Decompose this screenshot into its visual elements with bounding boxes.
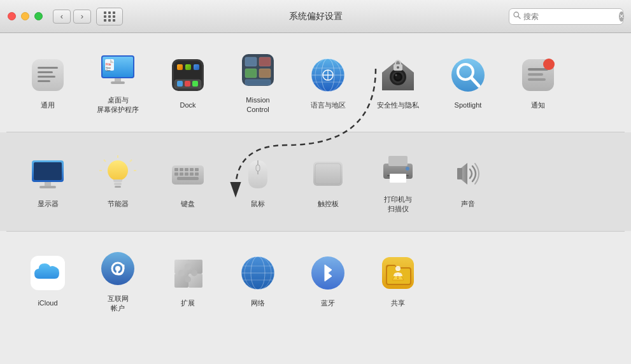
forward-button[interactable]: › xyxy=(73,10,91,24)
item-desktop[interactable]: File New One 桌面与屏幕保护程序 xyxy=(83,45,153,120)
main-content: 通用 File New One 桌 xyxy=(0,33,631,364)
svg-rect-59 xyxy=(39,186,56,188)
svg-rect-3 xyxy=(38,67,58,69)
item-printer[interactable]: 打印机与扫描仪 xyxy=(363,144,433,220)
svg-rect-57 xyxy=(34,162,62,180)
item-dock[interactable]: Dock xyxy=(153,50,223,115)
svg-rect-29 xyxy=(259,69,271,78)
nav-buttons: ‹ › xyxy=(53,10,91,24)
svg-rect-28 xyxy=(245,69,257,78)
item-icloud-label: iCloud xyxy=(38,298,57,308)
svg-rect-6 xyxy=(38,80,50,82)
item-notify-label: 通知 xyxy=(531,101,545,110)
item-bluetooth[interactable]: 蓝牙 xyxy=(293,248,363,313)
item-keyboard-label: 键盘 xyxy=(181,199,195,209)
item-notify[interactable]: 通知 xyxy=(503,50,573,115)
svg-rect-75 xyxy=(174,172,178,176)
svg-line-66 xyxy=(130,160,132,162)
close-button[interactable] xyxy=(8,12,16,20)
minimize-button[interactable] xyxy=(21,12,29,20)
svg-line-65 xyxy=(104,160,106,162)
back-button[interactable]: ‹ xyxy=(53,10,71,24)
grid-view-button[interactable] xyxy=(96,8,123,25)
item-network[interactable]: 网络 xyxy=(223,248,293,313)
item-energy[interactable]: 节能器 xyxy=(83,148,153,214)
grid-dots-icon xyxy=(104,11,116,22)
item-display-label: 显示器 xyxy=(38,199,59,209)
svg-rect-78 xyxy=(190,172,194,176)
svg-rect-77 xyxy=(185,172,188,176)
item-dock-label: Dock xyxy=(180,101,195,110)
svg-rect-58 xyxy=(45,182,51,186)
item-keyboard[interactable]: 键盘 xyxy=(153,148,223,214)
svg-point-55 xyxy=(543,59,555,70)
item-language[interactable]: 语言与地区 xyxy=(293,50,363,115)
svg-rect-71 xyxy=(180,168,183,171)
item-energy-label: 节能器 xyxy=(108,199,129,209)
window-title: 系统偏好设置 xyxy=(289,11,343,22)
item-internet[interactable]: 互联网帐户 xyxy=(83,243,153,319)
svg-point-102 xyxy=(191,270,197,276)
svg-rect-88 xyxy=(390,174,406,183)
item-mission-label: MissionControl xyxy=(246,95,269,115)
item-extensions-label: 扩展 xyxy=(181,298,195,308)
svg-rect-74 xyxy=(195,168,199,171)
item-spotlight[interactable]: Spotlight xyxy=(433,50,503,115)
svg-rect-2 xyxy=(32,59,64,91)
item-mouse[interactable]: 鼠标 xyxy=(223,148,293,214)
item-display[interactable]: 显示器 xyxy=(13,148,83,214)
svg-rect-82 xyxy=(256,165,260,171)
item-internet-label: 互联网帐户 xyxy=(108,294,129,314)
svg-point-45 xyxy=(395,74,397,76)
svg-rect-61 xyxy=(113,179,122,182)
svg-rect-80 xyxy=(177,177,199,180)
svg-point-117 xyxy=(395,266,401,271)
svg-rect-70 xyxy=(174,168,178,171)
svg-rect-63 xyxy=(115,186,121,188)
search-box[interactable]: ✕ xyxy=(509,8,623,25)
traffic-lights xyxy=(8,12,43,20)
titlebar: ‹ › 系统偏好设置 ✕ xyxy=(0,0,631,33)
item-bluetooth-label: 蓝牙 xyxy=(321,298,335,308)
svg-rect-24 xyxy=(194,64,199,70)
svg-point-89 xyxy=(406,167,409,171)
svg-rect-83 xyxy=(313,162,343,186)
item-icloud[interactable]: iCloud xyxy=(13,248,83,313)
item-trackpad[interactable]: 触控板 xyxy=(293,148,363,214)
item-spotlight-label: Spotlight xyxy=(455,101,482,110)
item-trackpad-label: 触控板 xyxy=(318,199,339,209)
item-network-label: 网络 xyxy=(251,298,265,308)
svg-text:One: One xyxy=(106,69,111,72)
svg-rect-22 xyxy=(177,64,183,70)
maximize-button[interactable] xyxy=(34,12,43,20)
svg-line-1 xyxy=(518,17,520,18)
svg-rect-27 xyxy=(259,57,271,66)
item-language-label: 语言与地区 xyxy=(311,101,346,110)
svg-rect-79 xyxy=(195,172,199,176)
item-extensions[interactable]: 扩展 xyxy=(153,248,223,313)
item-mission[interactable]: MissionControl xyxy=(223,45,293,120)
section-hardware: 显示器 节能器 xyxy=(0,132,631,231)
search-icon xyxy=(513,11,521,21)
svg-rect-23 xyxy=(185,64,191,70)
svg-point-101 xyxy=(178,270,185,276)
item-security[interactable]: 安全性与隐私 xyxy=(363,50,433,115)
svg-point-60 xyxy=(108,160,128,181)
search-input[interactable] xyxy=(523,12,619,21)
svg-rect-86 xyxy=(388,156,408,166)
item-general[interactable]: 通用 xyxy=(13,50,83,115)
item-security-label: 安全性与隐私 xyxy=(377,101,419,110)
svg-rect-19 xyxy=(177,81,183,87)
svg-point-100 xyxy=(185,263,191,270)
svg-rect-76 xyxy=(180,172,183,176)
svg-point-103 xyxy=(185,276,191,283)
item-sharing[interactable]: ! 共享 xyxy=(363,248,433,313)
item-sound[interactable]: 声音 xyxy=(433,148,503,214)
item-mouse-label: 鼠标 xyxy=(251,199,265,209)
section-personal: 通用 File New One 桌 xyxy=(0,33,631,132)
svg-rect-30 xyxy=(245,80,271,85)
item-printer-label: 打印机与扫描仪 xyxy=(384,195,412,214)
search-clear-button[interactable]: ✕ xyxy=(619,11,624,22)
svg-rect-73 xyxy=(190,168,194,171)
item-general-label: 通用 xyxy=(41,101,55,110)
